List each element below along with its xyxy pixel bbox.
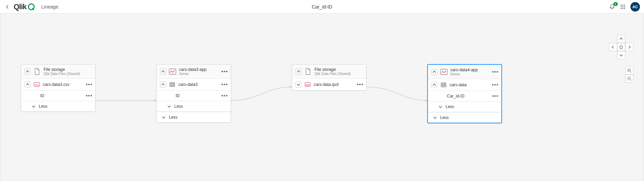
node-subtitle: Qlik Data Files (Shared)	[315, 72, 363, 76]
node-header: cars-data4-appSense•••	[428, 65, 501, 79]
svg-text:qvd: qvd	[306, 84, 310, 86]
field-label: Car_id-ID	[447, 94, 492, 98]
child-row[interactable]: qvdcars-data.qvd•••	[292, 79, 366, 90]
pan-up-button[interactable]	[617, 35, 625, 43]
node-header: File storageQlik Data Files (Shared)	[21, 64, 95, 79]
svg-point-3	[621, 6, 622, 7]
back-button[interactable]	[4, 3, 11, 10]
pan-down-button[interactable]	[617, 51, 625, 59]
file-icon	[33, 68, 41, 75]
less-button[interactable]: Less	[428, 112, 501, 123]
svg-point-7	[623, 8, 624, 9]
csv-icon: csv	[33, 82, 40, 87]
node-subtitle: Sense	[179, 72, 221, 76]
collapse-button[interactable]	[25, 69, 31, 75]
less-button[interactable]: Less	[157, 112, 231, 122]
node-header: cars-data3-appSense•••	[157, 64, 231, 79]
svg-rect-23	[441, 83, 446, 87]
notification-badge: 1	[613, 2, 618, 6]
expand-button[interactable]	[25, 81, 31, 88]
field-row[interactable]: ID•••	[21, 91, 95, 101]
expand-button[interactable]	[295, 81, 302, 88]
less-button[interactable]: Less	[21, 101, 95, 111]
child-label: cars-data	[450, 82, 492, 87]
collapse-button[interactable]	[160, 69, 166, 75]
collapse-button[interactable]	[431, 69, 437, 75]
lineage-node[interactable]: cars-data4-appSense•••cars-data•••Car_id…	[427, 64, 502, 123]
less-button[interactable]: Less	[428, 102, 501, 112]
more-icon[interactable]: •••	[221, 70, 227, 73]
node-header: File storageQlik Data Files (Shared)	[292, 64, 366, 79]
child-row[interactable]: csvcars-data3.csv•••	[21, 79, 95, 91]
more-icon[interactable]: •••	[492, 94, 498, 98]
avatar[interactable]: AC	[630, 2, 640, 12]
app-icon	[169, 68, 176, 75]
more-icon[interactable]: •••	[221, 83, 227, 86]
svg-point-6	[621, 8, 622, 9]
breadcrumb: Lineage	[42, 4, 59, 10]
qlik-q-icon	[28, 3, 35, 10]
chevron-down-icon	[162, 116, 166, 119]
svg-point-1	[623, 4, 624, 5]
pan-left-button[interactable]	[609, 43, 617, 51]
node-title: cars-data3-app	[179, 67, 221, 72]
more-icon[interactable]: •••	[221, 94, 227, 97]
field-label: ID	[40, 93, 86, 98]
svg-point-8	[624, 8, 625, 9]
collapse-button[interactable]	[295, 69, 302, 75]
file-icon	[304, 68, 312, 75]
lineage-node[interactable]: cars-data3-appSense•••cars-data3•••ID•••…	[156, 64, 231, 123]
zoom-in-button[interactable]	[625, 66, 633, 75]
less-label: Less	[174, 104, 227, 109]
lineage-node[interactable]: File storageQlik Data Files (Shared)qvdc…	[292, 64, 367, 91]
child-label: cars-data3	[178, 82, 221, 87]
more-icon[interactable]: •••	[492, 70, 498, 74]
chevron-down-icon	[433, 116, 437, 119]
lineage-node[interactable]: File storageQlik Data Files (Shared)csvc…	[21, 64, 96, 112]
chevron-down-icon	[439, 105, 443, 108]
lineage-canvas[interactable]: File storageQlik Data Files (Shared)csvc…	[0, 14, 644, 181]
zoom-controls	[625, 66, 633, 83]
notifications-button[interactable]: 1	[609, 4, 615, 10]
more-icon[interactable]: •••	[86, 83, 92, 86]
app-launcher-button[interactable]	[620, 4, 626, 10]
less-button[interactable]: Less	[157, 101, 231, 112]
svg-point-4	[623, 6, 624, 7]
pan-home-button[interactable]	[617, 43, 625, 51]
svg-point-0	[621, 4, 622, 5]
child-label: cars-data.qvd	[314, 82, 357, 87]
more-icon[interactable]: •••	[86, 94, 92, 97]
table-icon	[440, 82, 447, 88]
chevron-down-icon	[32, 105, 36, 108]
field-label: ID	[176, 93, 221, 98]
node-title: cars-data4-app	[450, 67, 492, 72]
svg-line-29	[630, 72, 631, 73]
more-icon[interactable]: •••	[357, 83, 363, 86]
field-row[interactable]: ID•••	[157, 91, 231, 101]
table-icon	[169, 82, 176, 87]
zoom-out-button[interactable]	[625, 75, 633, 83]
header: Qlik Lineage Car_id-ID 1 AC	[0, 0, 644, 14]
svg-point-2	[624, 4, 625, 5]
node-title: File storage	[315, 67, 363, 72]
svg-line-33	[630, 80, 631, 81]
child-row[interactable]: cars-data3•••	[157, 79, 231, 91]
app-icon	[440, 68, 448, 76]
node-title: File storage	[44, 67, 92, 72]
less-label: Less	[440, 115, 498, 120]
less-label: Less	[169, 115, 227, 120]
expand-button[interactable]	[431, 82, 437, 88]
more-icon[interactable]: •••	[492, 83, 498, 87]
page-title: Car_id-ID	[312, 4, 332, 10]
expand-button[interactable]	[160, 81, 166, 88]
pan-right-button[interactable]	[625, 43, 633, 51]
less-label: Less	[446, 104, 498, 109]
field-row[interactable]: Car_id-ID•••	[428, 91, 501, 102]
svg-point-5	[624, 6, 625, 7]
child-row[interactable]: cars-data•••	[428, 79, 501, 91]
qvd-icon: qvd	[304, 82, 311, 87]
child-label: cars-data3.csv	[43, 82, 86, 87]
node-subtitle: Sense	[450, 72, 492, 76]
qlik-logo: Qlik	[14, 2, 35, 11]
svg-rect-15	[170, 82, 175, 87]
